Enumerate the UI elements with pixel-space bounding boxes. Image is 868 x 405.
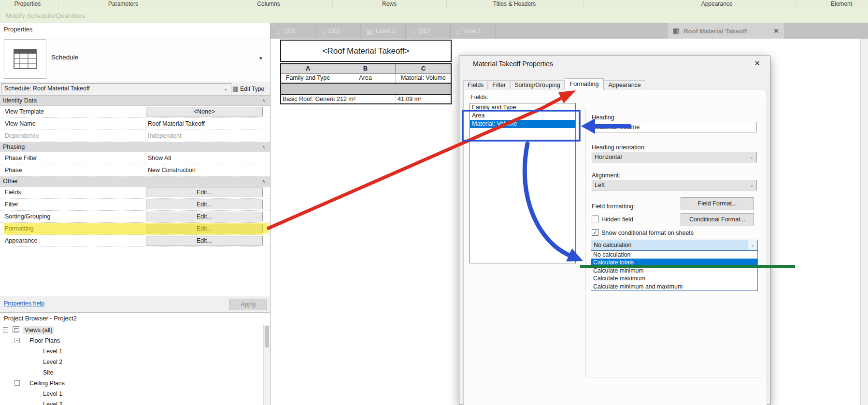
view-tab-view-1[interactable]: ⌂ View 1 (451, 23, 496, 39)
phase-value[interactable]: New Construction (145, 164, 263, 176)
ribbon-panel-rows[interactable]: Rows (382, 0, 397, 7)
type-preview-button[interactable] (4, 39, 46, 79)
section-label: Identity Data (3, 97, 37, 104)
heading-orientation-combobox[interactable]: Horizontal ⌄ (592, 152, 757, 162)
scrollbar-thumb[interactable] (265, 326, 269, 347)
alignment-combobox[interactable]: Left ⌄ (592, 180, 757, 190)
collapse-chevron-icon[interactable]: ∧ (262, 176, 265, 187)
tree-item-ceiling-level-1[interactable]: Level 1 (0, 389, 263, 399)
view-template-button[interactable]: <None> (146, 107, 263, 116)
cell-area[interactable]: 212 m² (335, 95, 396, 103)
cell-material-volume[interactable]: 41.09 m³ (396, 95, 451, 103)
tree-item-views-all[interactable]: Views (all) (0, 325, 263, 335)
apply-button[interactable]: Apply (229, 299, 267, 310)
ribbon-panel-columns[interactable]: Columns (257, 0, 280, 7)
dialog-tab-formatting[interactable]: Formatting (565, 78, 604, 90)
option-calculate-min-and-max[interactable]: Calculate minimum and maximum (591, 283, 757, 290)
schedule-title-cell[interactable]: <Roof Material Takeoff> (280, 40, 452, 62)
type-selector[interactable]: Schedule ▼ (0, 36, 270, 82)
cell-family-and-type[interactable]: Basic Roof: Generic (281, 95, 335, 103)
tree-item-floor-plans[interactable]: Floor Plans (0, 335, 263, 346)
fields-edit-button[interactable]: Edit... (146, 188, 263, 197)
ribbon-panel-properties[interactable]: Properties (14, 0, 41, 7)
ribbon-panel-element[interactable]: Element (831, 0, 852, 7)
field-item-area[interactable]: Area (470, 112, 575, 120)
properties-palette-title: Properties (0, 23, 270, 36)
option-calculate-totals-highlighted[interactable]: Calculate totals (591, 259, 757, 266)
ribbon-panel-appearance[interactable]: Appearance (701, 0, 733, 7)
field-item-family-and-type[interactable]: Family and Type (470, 103, 575, 112)
alignment-value: Left (595, 182, 605, 188)
conditional-format-button[interactable]: Conditional Format... (681, 213, 754, 226)
dialog-tab-sorting-grouping[interactable]: Sorting/Grouping (510, 80, 565, 90)
view-tab-level-1[interactable]: ▤ Level 1 (361, 23, 406, 39)
field-format-button[interactable]: Field Format... (681, 197, 754, 210)
prop-label: View Name (5, 118, 36, 130)
schedule-header-row: Family and Type Area Material: Volume (280, 73, 452, 84)
ribbon-panel-titles-headers[interactable]: Titles & Headers (493, 0, 536, 7)
collapse-chevron-icon[interactable]: ∧ (262, 142, 265, 152)
show-conditional-checkbox-checked[interactable]: ✓ (592, 229, 598, 236)
header-family-and-type[interactable]: Family and Type (281, 73, 335, 83)
dialog-title-bar[interactable]: Material Takeoff Properties ✕ (459, 56, 770, 72)
tree-collapse-icon[interactable] (3, 327, 8, 333)
heading-textbox[interactable]: Material: Volume (592, 122, 757, 132)
ribbon-panel-parameters[interactable]: Parameters (108, 0, 138, 7)
section-other[interactable]: Other ∧ (0, 176, 270, 187)
prop-label: Sorting/Grouping (5, 211, 51, 222)
house-3d-icon: ⌂ (456, 28, 460, 35)
dialog-close-icon[interactable]: ✕ (752, 56, 762, 71)
active-view-tab-label: Roof Material Takeoff (683, 28, 765, 35)
prop-label: Appearance (5, 235, 37, 246)
field-item-material-volume-selected[interactable]: Material: Volume (470, 120, 575, 128)
calculation-combobox[interactable]: No calculation ⌄ (591, 240, 758, 250)
option-calculate-maximum[interactable]: Calculate maximum (591, 275, 757, 282)
close-tab-icon[interactable]: ✕ (768, 27, 784, 35)
view-tab-label: {3D} (418, 28, 430, 34)
sorting-grouping-edit-button[interactable]: Edit... (146, 212, 263, 221)
column-letter-c[interactable]: C (396, 64, 451, 73)
header-area[interactable]: Area (335, 73, 396, 83)
tree-item-label: Level 1 (42, 390, 64, 398)
canvas-vertical-scrollbar[interactable] (860, 39, 868, 405)
tree-item-level-1[interactable]: Level 1 (0, 346, 263, 357)
prop-row-dependency: Dependency Independent (0, 130, 270, 142)
phase-filter-value[interactable]: Show All (145, 152, 263, 164)
instance-combobox-value: Schedule: Roof Material Takeoff (4, 85, 90, 92)
appearance-edit-button[interactable]: Edit... (146, 236, 263, 246)
section-identity-data[interactable]: Identity Data ∧ (0, 96, 270, 106)
view-tab-roof-material-takeoff-active[interactable]: ▦ Roof Material Takeoff ✕ (668, 23, 784, 39)
properties-help-link[interactable]: Properties help (4, 300, 44, 307)
view-tab-3d-3[interactable]: ⌂ {3D} (406, 23, 451, 39)
tree-item-ceiling-level-2[interactable]: Level 2 (0, 399, 263, 405)
prop-row-formatting: Formatting Edit... (0, 223, 270, 235)
dialog-tab-fields[interactable]: Fields (463, 80, 488, 90)
filter-edit-button[interactable]: Edit... (146, 200, 263, 209)
dialog-tab-appearance[interactable]: Appearance (604, 80, 645, 90)
view-name-value[interactable]: Roof Material Takeoff (145, 118, 263, 130)
tree-item-label: Level 1 (42, 347, 64, 356)
formatting-edit-button[interactable]: Edit... (146, 224, 263, 233)
instance-combobox[interactable]: Schedule: Roof Material Takeoff ⌄ (1, 83, 231, 94)
prop-row-phase: Phase New Construction (0, 164, 270, 176)
prop-label: Dependency (5, 130, 39, 142)
section-phasing[interactable]: Phasing ∧ (0, 142, 270, 152)
type-selector-chevron-icon[interactable]: ▼ (258, 56, 263, 61)
option-calculate-minimum[interactable]: Calculate minimum (591, 267, 757, 275)
option-no-calculation[interactable]: No calculation (591, 251, 757, 259)
column-letter-b[interactable]: B (335, 64, 396, 73)
tree-collapse-icon[interactable] (14, 380, 20, 386)
project-browser-scrollbar[interactable] (263, 325, 270, 405)
view-tab-3d-2[interactable]: ⌂ {3D} (316, 23, 361, 39)
edit-type-button[interactable]: ▦ Edit Type (232, 83, 269, 94)
tree-collapse-icon[interactable] (14, 338, 20, 343)
column-letter-a[interactable]: A (281, 64, 335, 73)
tree-item-ceiling-plans[interactable]: Ceiling Plans (0, 378, 263, 389)
dialog-tab-filter[interactable]: Filter (488, 80, 510, 90)
hidden-field-checkbox[interactable] (592, 216, 598, 222)
collapse-chevron-icon[interactable]: ∧ (262, 96, 265, 106)
header-material-volume[interactable]: Material: Volume (396, 73, 451, 83)
tree-item-level-2[interactable]: Level 2 (0, 357, 263, 367)
tree-item-site[interactable]: Site (0, 367, 263, 378)
view-tab-3d-1[interactable]: ⌂ {3D} (271, 23, 316, 39)
